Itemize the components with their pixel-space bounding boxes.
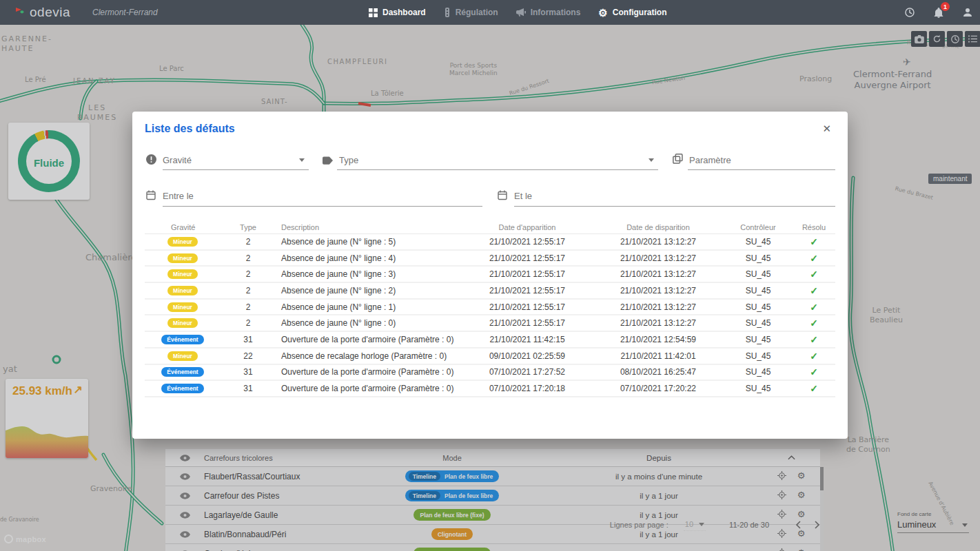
defect-controller: SU_45 (724, 269, 793, 279)
defect-controller: SU_45 (724, 318, 793, 328)
header-description: Description (276, 223, 462, 231)
notifications-button[interactable]: 1 (932, 6, 946, 19)
severity-badge: Mineur (167, 253, 198, 263)
date-from-underline (163, 206, 482, 207)
defect-description: Ouverture de la porte d'armoire (Paramèt… (276, 384, 462, 393)
defect-disappeared: 21/10/2021 13:12:27 (593, 237, 724, 247)
defect-disappeared: 21/10/2021 13:12:27 (593, 318, 724, 328)
defect-type: 2 (221, 302, 276, 312)
rows-per-page-value: 10 (685, 520, 693, 528)
date-to-underline (514, 206, 835, 207)
resolved-check-icon (810, 366, 818, 377)
defects-table-header: Gravité Type Description Date d'appariti… (145, 220, 835, 234)
defect-disappeared: 08/10/2021 16:25:47 (593, 367, 724, 377)
nav-informations[interactable]: Informations (516, 8, 581, 17)
date-from-field[interactable]: Entre le (163, 191, 194, 201)
calendar-icon (146, 190, 156, 203)
severity-badge: Mineur (167, 302, 198, 312)
defects-modal: Liste des défauts ✕ Gravité Type Paramèt… (132, 112, 848, 439)
brand-wordmark[interactable]: odevia (30, 5, 70, 20)
defect-row[interactable]: Mineur 2 Absence de jaune (N° ligne : 0)… (145, 315, 835, 332)
severity-badge: Mineur (167, 237, 198, 247)
defect-row[interactable]: Événement 31 Ouverture de la porte d'arm… (145, 381, 835, 397)
defect-controller: SU_45 (724, 253, 793, 263)
defect-row[interactable]: Mineur 2 Absence de jaune (N° ligne : 2)… (145, 283, 835, 300)
defect-controller: SU_45 (724, 302, 793, 312)
account-button[interactable] (961, 6, 974, 19)
nav-dashboard[interactable]: Dashboard (369, 8, 426, 17)
defect-row[interactable]: Mineur 2 Absence de jaune (N° ligne : 1)… (145, 300, 835, 316)
header-controller: Contrôleur (724, 223, 793, 231)
gravity-underline (163, 169, 309, 170)
defect-description: Absence de jaune (N° ligne : 0) (276, 318, 462, 328)
next-page-button[interactable] (808, 517, 827, 533)
chevron-right-icon (815, 521, 820, 529)
resolved-check-icon (810, 383, 818, 394)
person-icon (963, 8, 972, 17)
gear-icon: ⚙ (598, 8, 607, 18)
defect-description: Absence de jaune (N° ligne : 1) (276, 302, 462, 312)
defect-description: Absence de jaune (N° ligne : 4) (276, 253, 462, 263)
defect-type: 2 (221, 253, 276, 263)
pagination: Lignes par page : 10 11-20 de 30 (610, 517, 827, 533)
nav-regulation[interactable]: Régulation (444, 8, 498, 17)
parameter-underline (688, 169, 835, 170)
defect-appeared: 21/10/2021 12:55:17 (462, 318, 593, 328)
severity-icon (146, 154, 156, 167)
defect-row[interactable]: Mineur 2 Absence de jaune (N° ligne : 3)… (145, 267, 835, 283)
severity-badge: Événement (161, 367, 203, 377)
navbar: odevia Clermont-Ferrand Dashboard Régula… (0, 0, 980, 25)
defect-row[interactable]: Mineur 2 Absence de jaune (N° ligne : 5)… (145, 234, 835, 251)
main-nav: Dashboard Régulation Informations ⚙ Conf… (369, 0, 666, 25)
resolved-check-icon (810, 334, 818, 345)
severity-badge: Mineur (167, 318, 198, 328)
calendar-icon (498, 190, 507, 203)
defect-description: Absence de jaune (N° ligne : 3) (276, 269, 462, 279)
chevron-down-icon[interactable] (299, 158, 305, 162)
defect-disappeared: 07/10/2021 17:20:22 (593, 384, 724, 393)
megaphone-icon (516, 8, 526, 17)
defect-description: Absence de recalage horloge (Paramètre :… (276, 351, 462, 361)
dashboard-grid-icon (369, 8, 378, 17)
severity-badge: Événement (161, 384, 203, 393)
resolved-check-icon (810, 318, 818, 329)
history-button[interactable] (903, 6, 917, 19)
defect-appeared: 21/10/2021 12:55:17 (462, 286, 593, 295)
defect-type: 31 (221, 384, 276, 393)
defect-type: 2 (221, 237, 276, 247)
parameter-icon (673, 154, 683, 167)
defect-type: 2 (221, 318, 276, 328)
defect-disappeared: 21/10/2021 12:54:59 (593, 335, 724, 344)
header-gravity: Gravité (145, 223, 221, 231)
parameter-filter[interactable]: Paramètre (689, 155, 731, 165)
defect-appeared: 21/10/2021 12:55:17 (462, 253, 593, 263)
defect-disappeared: 21/10/2021 13:12:27 (593, 286, 724, 295)
gravity-filter[interactable]: Gravité (163, 155, 192, 165)
chevron-down-icon[interactable] (649, 158, 654, 162)
chevron-left-icon (795, 521, 801, 529)
close-icon[interactable]: ✕ (822, 123, 831, 135)
defect-controller: SU_45 (724, 237, 793, 247)
defect-description: Ouverture de la porte d'armoire (Paramèt… (276, 367, 462, 377)
defect-row[interactable]: Événement 31 Ouverture de la porte d'arm… (145, 365, 835, 382)
defect-controller: SU_45 (724, 367, 793, 377)
rows-per-page-select[interactable]: 10 (684, 519, 706, 531)
resolved-check-icon (810, 236, 818, 247)
defect-row[interactable]: Mineur 22 Absence de recalage horloge (P… (145, 349, 835, 365)
navbar-actions: 1 (903, 0, 974, 25)
header-disappeared: Date de disparition (593, 223, 724, 231)
type-filter[interactable]: Type (339, 155, 358, 165)
defect-disappeared: 21/10/2021 13:12:27 (593, 302, 724, 312)
previous-page-button[interactable] (788, 517, 808, 533)
header-type: Type (221, 223, 276, 231)
nav-label: Informations (531, 8, 581, 17)
nav-configuration[interactable]: ⚙ Configuration (598, 8, 666, 18)
nav-label: Configuration (613, 8, 667, 17)
pagination-range: 11-20 de 30 (729, 521, 769, 529)
date-to-field[interactable]: Et le (514, 191, 532, 201)
nav-label: Dashboard (382, 8, 426, 17)
odevia-logo-icon (15, 6, 25, 19)
defect-row[interactable]: Mineur 2 Absence de jaune (N° ligne : 4)… (145, 251, 835, 267)
defect-appeared: 21/10/2021 12:55:17 (462, 269, 593, 279)
defect-row[interactable]: Événement 31 Ouverture de la porte d'arm… (145, 332, 835, 349)
